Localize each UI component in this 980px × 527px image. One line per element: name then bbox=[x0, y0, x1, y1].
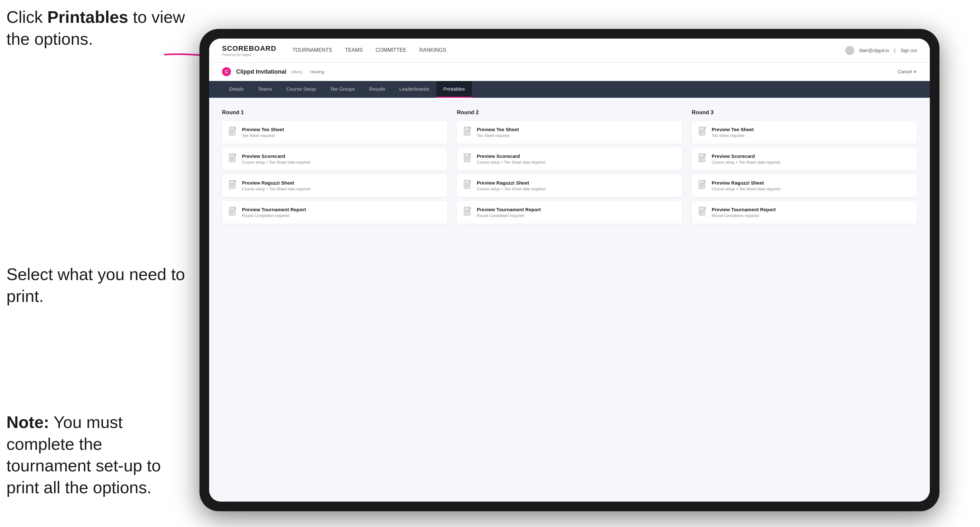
instruction-top: Click Printables to view the options. bbox=[6, 6, 187, 50]
round-1-raguzzi-title: Preview Raguzzi Sheet bbox=[242, 180, 441, 186]
round-3-scorecard-title: Preview Scorecard bbox=[712, 153, 910, 159]
round-1-raguzzi-sub: Course setup + Tee Sheet data required bbox=[242, 187, 441, 191]
main-content: Round 1 bbox=[209, 98, 930, 502]
svg-rect-48 bbox=[704, 154, 706, 156]
round-1-tee-sheet-info: Preview Tee Sheet Tee Sheet required bbox=[242, 127, 441, 138]
svg-rect-38 bbox=[469, 207, 471, 209]
doc-icon-r3-scorecard bbox=[698, 153, 707, 163]
round-2-scorecard-info: Preview Scorecard Course setup + Tee She… bbox=[477, 153, 676, 165]
round-1-tee-sheet[interactable]: Preview Tee Sheet Tee Sheet required bbox=[222, 121, 447, 144]
round-2-report-info: Preview Tournament Report Round Completi… bbox=[477, 207, 676, 218]
round-1-section: Round 1 bbox=[222, 110, 447, 228]
user-email: blair@clippd.io bbox=[859, 48, 889, 53]
doc-icon-r2-tee bbox=[463, 127, 472, 137]
round-1-scorecard-info: Preview Scorecard Course setup + Tee She… bbox=[242, 153, 441, 165]
printables-bold: Printables bbox=[47, 8, 128, 26]
tablet-screen: SCOREBOARD Powered by clippd TOURNAMENTS… bbox=[209, 38, 930, 502]
nav-committee[interactable]: COMMITTEE bbox=[375, 46, 406, 55]
round-2-raguzzi-title: Preview Raguzzi Sheet bbox=[477, 180, 676, 186]
instruction-bottom: Note: You must complete the tournament s… bbox=[6, 411, 187, 498]
nav-right: blair@clippd.io | Sign out bbox=[845, 46, 917, 55]
round-2-scorecard-sub: Course setup + Tee Sheet data required bbox=[477, 160, 676, 165]
round-3-tee-sheet-sub: Tee Sheet required bbox=[712, 133, 910, 138]
round-2-section: Round 2 bbox=[457, 110, 682, 228]
round-1-scorecard-sub: Course setup + Tee Sheet data required bbox=[242, 160, 441, 165]
doc-icon-r2-scorecard bbox=[463, 153, 472, 163]
svg-rect-58 bbox=[704, 207, 706, 209]
instruction-middle: Select what you need to print. bbox=[6, 264, 187, 307]
svg-rect-18 bbox=[234, 207, 236, 209]
tournament-header: C Clippd Invitational (Men) Hosting Canc… bbox=[209, 63, 930, 81]
round-1-scorecard-title: Preview Scorecard bbox=[242, 153, 441, 159]
tournament-name: Clippd Invitational bbox=[236, 68, 286, 75]
round-2-scorecard[interactable]: Preview Scorecard Course setup + Tee She… bbox=[457, 148, 682, 170]
round-1-report-title: Preview Tournament Report bbox=[242, 207, 441, 212]
round-3-raguzzi[interactable]: Preview Raguzzi Sheet Course setup + Tee… bbox=[692, 174, 917, 197]
round-1-tournament-report[interactable]: Preview Tournament Report Round Completi… bbox=[222, 201, 447, 224]
clippd-icon: C bbox=[222, 67, 231, 76]
round-1-report-info: Preview Tournament Report Round Completi… bbox=[242, 207, 441, 218]
tournament-tag: (Men) bbox=[291, 70, 302, 74]
round-2-report-sub: Round Completion required bbox=[477, 214, 676, 218]
round-3-raguzzi-sub: Course setup + Tee Sheet data required bbox=[712, 187, 910, 191]
round-2-title: Round 2 bbox=[457, 110, 682, 116]
hosting-badge: Hosting bbox=[310, 70, 324, 74]
nav-items: TOURNAMENTS TEAMS COMMITTEE RANKINGS bbox=[293, 46, 829, 55]
tab-teams[interactable]: Teams bbox=[251, 81, 279, 98]
round-2-raguzzi[interactable]: Preview Raguzzi Sheet Course setup + Tee… bbox=[457, 174, 682, 197]
sub-nav: Details Teams Course Setup Tee Groups Re… bbox=[209, 81, 930, 98]
round-2-tee-sheet-info: Preview Tee Sheet Tee Sheet required bbox=[477, 127, 676, 138]
doc-icon-r2-raguzzi bbox=[463, 180, 472, 190]
round-3-report-info: Preview Tournament Report Round Completi… bbox=[712, 207, 910, 218]
round-1-scorecard[interactable]: Preview Scorecard Course setup + Tee She… bbox=[222, 148, 447, 170]
svg-rect-53 bbox=[704, 180, 706, 182]
round-1-tee-sheet-title: Preview Tee Sheet bbox=[242, 127, 441, 132]
round-3-tee-sheet[interactable]: Preview Tee Sheet Tee Sheet required bbox=[692, 121, 917, 144]
round-2-scorecard-title: Preview Scorecard bbox=[477, 153, 676, 159]
round-2-tee-sheet-title: Preview Tee Sheet bbox=[477, 127, 676, 132]
round-3-scorecard[interactable]: Preview Scorecard Course setup + Tee She… bbox=[692, 148, 917, 170]
round-3-title: Round 3 bbox=[692, 110, 917, 116]
nav-tournaments[interactable]: TOURNAMENTS bbox=[293, 46, 332, 55]
top-nav: SCOREBOARD Powered by clippd TOURNAMENTS… bbox=[209, 38, 930, 63]
tab-printables[interactable]: Printables bbox=[436, 81, 472, 98]
nav-rankings[interactable]: RANKINGS bbox=[419, 46, 446, 55]
doc-icon-r1-report bbox=[228, 207, 237, 217]
round-1-title: Round 1 bbox=[222, 110, 447, 116]
round-2-raguzzi-sub: Course setup + Tee Sheet data required bbox=[477, 187, 676, 191]
tab-tee-groups[interactable]: Tee Groups bbox=[323, 81, 362, 98]
round-3-raguzzi-info: Preview Raguzzi Sheet Course setup + Tee… bbox=[712, 180, 910, 191]
round-1-raguzzi-info: Preview Raguzzi Sheet Course setup + Tee… bbox=[242, 180, 441, 191]
round-2-tee-sheet[interactable]: Preview Tee Sheet Tee Sheet required bbox=[457, 121, 682, 144]
note-bold: Note: bbox=[6, 413, 49, 432]
sign-out-link[interactable]: Sign out bbox=[900, 48, 917, 53]
svg-rect-43 bbox=[704, 127, 706, 129]
nav-teams[interactable]: TEAMS bbox=[345, 46, 363, 55]
logo-sub: Powered by clippd bbox=[222, 53, 276, 57]
tab-details[interactable]: Details bbox=[222, 81, 251, 98]
round-3-section: Round 3 bbox=[692, 110, 917, 228]
round-3-tee-sheet-info: Preview Tee Sheet Tee Sheet required bbox=[712, 127, 910, 138]
round-3-scorecard-sub: Course setup + Tee Sheet data required bbox=[712, 160, 910, 165]
svg-rect-28 bbox=[469, 154, 471, 156]
round-1-raguzzi[interactable]: Preview Raguzzi Sheet Course setup + Tee… bbox=[222, 174, 447, 197]
tablet: SCOREBOARD Powered by clippd TOURNAMENTS… bbox=[199, 29, 939, 511]
round-3-scorecard-info: Preview Scorecard Course setup + Tee She… bbox=[712, 153, 910, 165]
round-3-report-title: Preview Tournament Report bbox=[712, 207, 910, 212]
round-1-report-sub: Round Completion required bbox=[242, 214, 441, 218]
round-2-report-title: Preview Tournament Report bbox=[477, 207, 676, 212]
round-2-tee-sheet-sub: Tee Sheet required bbox=[477, 133, 676, 138]
round-3-raguzzi-title: Preview Raguzzi Sheet bbox=[712, 180, 910, 186]
round-3-tournament-report[interactable]: Preview Tournament Report Round Completi… bbox=[692, 201, 917, 224]
round-3-report-sub: Round Completion required bbox=[712, 214, 910, 218]
user-avatar bbox=[845, 46, 854, 55]
cancel-button[interactable]: Cancel ✕ bbox=[898, 69, 917, 74]
tab-results[interactable]: Results bbox=[362, 81, 392, 98]
doc-icon-r2-report bbox=[463, 207, 472, 217]
tab-leaderboards[interactable]: Leaderboards bbox=[392, 81, 436, 98]
logo-title: SCOREBOARD bbox=[222, 44, 276, 53]
scoreboard-logo: SCOREBOARD Powered by clippd bbox=[222, 44, 276, 57]
nav-separator: | bbox=[894, 48, 896, 53]
tab-course-setup[interactable]: Course Setup bbox=[279, 81, 323, 98]
round-2-tournament-report[interactable]: Preview Tournament Report Round Completi… bbox=[457, 201, 682, 224]
